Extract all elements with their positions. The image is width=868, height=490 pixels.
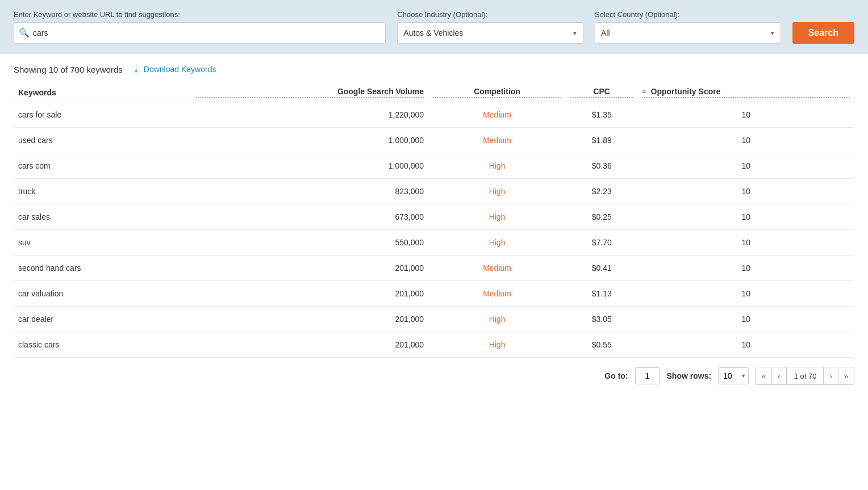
cell-keyword-9: classic cars bbox=[14, 332, 191, 358]
cell-opportunity-6: 10 bbox=[637, 256, 854, 281]
cell-competition-3: High bbox=[428, 179, 566, 204]
cell-volume-3: 823,000 bbox=[191, 179, 428, 204]
cell-competition-4: High bbox=[428, 204, 566, 230]
keyword-input-wrapper: 🔍 bbox=[14, 22, 386, 44]
industry-field-group: Choose Industry (Optional): Autos & Vehi… bbox=[397, 10, 583, 44]
goto-input[interactable] bbox=[635, 367, 660, 384]
cell-keyword-4: car sales bbox=[14, 204, 191, 230]
cell-competition-7: Medium bbox=[428, 281, 566, 307]
cell-volume-5: 550,000 bbox=[191, 230, 428, 256]
cell-competition-8: High bbox=[428, 307, 566, 332]
cell-keyword-5: suv bbox=[14, 230, 191, 256]
table-row: cars com 1,000,000 High $0.36 10 bbox=[14, 153, 854, 179]
download-icon: ⭳ bbox=[132, 64, 141, 74]
pagination: Go to: Show rows: 5 10 25 50 100 « ‹ 1 o… bbox=[0, 358, 868, 394]
cell-keyword-3: truck bbox=[14, 179, 191, 204]
cell-opportunity-3: 10 bbox=[637, 179, 854, 204]
cell-competition-9: High bbox=[428, 332, 566, 358]
cell-opportunity-0: 10 bbox=[637, 102, 854, 128]
cell-keyword-0: cars for sale bbox=[14, 102, 191, 128]
industry-select[interactable]: Autos & Vehicles All Arts & Entertainmen… bbox=[397, 22, 583, 44]
results-count: Showing 10 of 700 keywords bbox=[14, 65, 123, 74]
table-body: cars for sale 1,220,000 Medium $1.35 10 … bbox=[14, 102, 854, 358]
table-row: suv 550,000 High $7.70 10 bbox=[14, 230, 854, 256]
keyword-label: Enter Keyword or website URL to find sug… bbox=[14, 10, 386, 19]
cell-opportunity-7: 10 bbox=[637, 281, 854, 307]
cell-cpc-6: $0.41 bbox=[566, 256, 637, 281]
cell-cpc-8: $3.05 bbox=[566, 307, 637, 332]
cell-cpc-2: $0.36 bbox=[566, 153, 637, 179]
country-field-group: Select Country (Optional): All United St… bbox=[595, 10, 781, 44]
cell-volume-2: 1,000,000 bbox=[191, 153, 428, 179]
cell-volume-0: 1,220,000 bbox=[191, 102, 428, 128]
cell-competition-1: Medium bbox=[428, 128, 566, 153]
cell-volume-9: 201,000 bbox=[191, 332, 428, 358]
cell-competition-2: High bbox=[428, 153, 566, 179]
cell-volume-6: 201,000 bbox=[191, 256, 428, 281]
show-rows-select[interactable]: 5 10 25 50 100 bbox=[718, 367, 749, 384]
cell-competition-0: Medium bbox=[428, 102, 566, 128]
table-row: cars for sale 1,220,000 Medium $1.35 10 bbox=[14, 102, 854, 128]
country-label: Select Country (Optional): bbox=[595, 10, 781, 19]
show-rows-label: Show rows: bbox=[667, 371, 712, 380]
download-keywords-link[interactable]: ⭳ Download Keywords bbox=[132, 64, 216, 74]
col-header-cpc: CPC bbox=[566, 81, 637, 102]
table-row: truck 823,000 High $2.23 10 bbox=[14, 179, 854, 204]
search-icon: 🔍 bbox=[19, 28, 30, 38]
cell-opportunity-1: 10 bbox=[637, 128, 854, 153]
opportunity-icon: ≈ bbox=[642, 87, 646, 96]
cell-cpc-0: $1.35 bbox=[566, 102, 637, 128]
cell-competition-6: Medium bbox=[428, 256, 566, 281]
country-select[interactable]: All United States United Kingdom Canada … bbox=[595, 22, 781, 44]
cell-opportunity-4: 10 bbox=[637, 204, 854, 230]
prev-page-button[interactable]: ‹ bbox=[772, 367, 786, 384]
industry-select-wrapper: Autos & Vehicles All Arts & Entertainmen… bbox=[397, 22, 583, 44]
cell-keyword-2: cars com bbox=[14, 153, 191, 179]
search-button[interactable]: Search bbox=[792, 22, 854, 44]
cell-opportunity-2: 10 bbox=[637, 153, 854, 179]
results-header: Showing 10 of 700 keywords ⭳ Download Ke… bbox=[0, 54, 868, 81]
cell-volume-8: 201,000 bbox=[191, 307, 428, 332]
col-header-keyword: Keywords bbox=[14, 81, 191, 102]
cell-opportunity-9: 10 bbox=[637, 332, 854, 358]
next-page-button[interactable]: › bbox=[824, 367, 838, 384]
cell-cpc-3: $2.23 bbox=[566, 179, 637, 204]
country-select-wrapper: All United States United Kingdom Canada … bbox=[595, 22, 781, 44]
col-header-competition: Competition bbox=[428, 81, 566, 102]
cell-opportunity-5: 10 bbox=[637, 230, 854, 256]
table-row: car sales 673,000 High $0.25 10 bbox=[14, 204, 854, 230]
table-row: classic cars 201,000 High $0.55 10 bbox=[14, 332, 854, 358]
page-navigation: « ‹ 1 of 70 › » bbox=[756, 367, 854, 385]
show-rows-wrapper: 5 10 25 50 100 bbox=[718, 367, 749, 384]
col-header-volume: Google Search Volume bbox=[191, 81, 428, 102]
page-info: 1 of 70 bbox=[787, 367, 824, 384]
table-header-row: Keywords Google Search Volume Competitio… bbox=[14, 81, 854, 102]
search-bar: Enter Keyword or website URL to find sug… bbox=[0, 0, 868, 54]
cell-volume-4: 673,000 bbox=[191, 204, 428, 230]
cell-competition-5: High bbox=[428, 230, 566, 256]
cell-keyword-8: car dealer bbox=[14, 307, 191, 332]
cell-cpc-9: $0.55 bbox=[566, 332, 637, 358]
table-row: car valuation 201,000 Medium $1.13 10 bbox=[14, 281, 854, 307]
table-row: used cars 1,000,000 Medium $1.89 10 bbox=[14, 128, 854, 153]
cell-keyword-1: used cars bbox=[14, 128, 191, 153]
col-header-opportunity: ≈ Opportunity Score bbox=[637, 81, 854, 102]
table-row: second hand cars 201,000 Medium $0.41 10 bbox=[14, 256, 854, 281]
cell-opportunity-8: 10 bbox=[637, 307, 854, 332]
first-page-button[interactable]: « bbox=[756, 367, 772, 384]
cell-cpc-4: $0.25 bbox=[566, 204, 637, 230]
cell-cpc-5: $7.70 bbox=[566, 230, 637, 256]
cell-keyword-7: car valuation bbox=[14, 281, 191, 307]
goto-label: Go to: bbox=[604, 371, 628, 380]
industry-label: Choose Industry (Optional): bbox=[397, 10, 583, 19]
cell-volume-1: 1,000,000 bbox=[191, 128, 428, 153]
keyword-input[interactable] bbox=[33, 28, 381, 37]
keywords-table: Keywords Google Search Volume Competitio… bbox=[14, 81, 854, 358]
keywords-table-container: Keywords Google Search Volume Competitio… bbox=[0, 81, 868, 358]
cell-keyword-6: second hand cars bbox=[14, 256, 191, 281]
last-page-button[interactable]: » bbox=[838, 367, 854, 384]
cell-cpc-1: $1.89 bbox=[566, 128, 637, 153]
download-label: Download Keywords bbox=[144, 65, 216, 74]
keyword-field-group: Enter Keyword or website URL to find sug… bbox=[14, 10, 386, 44]
cell-volume-7: 201,000 bbox=[191, 281, 428, 307]
